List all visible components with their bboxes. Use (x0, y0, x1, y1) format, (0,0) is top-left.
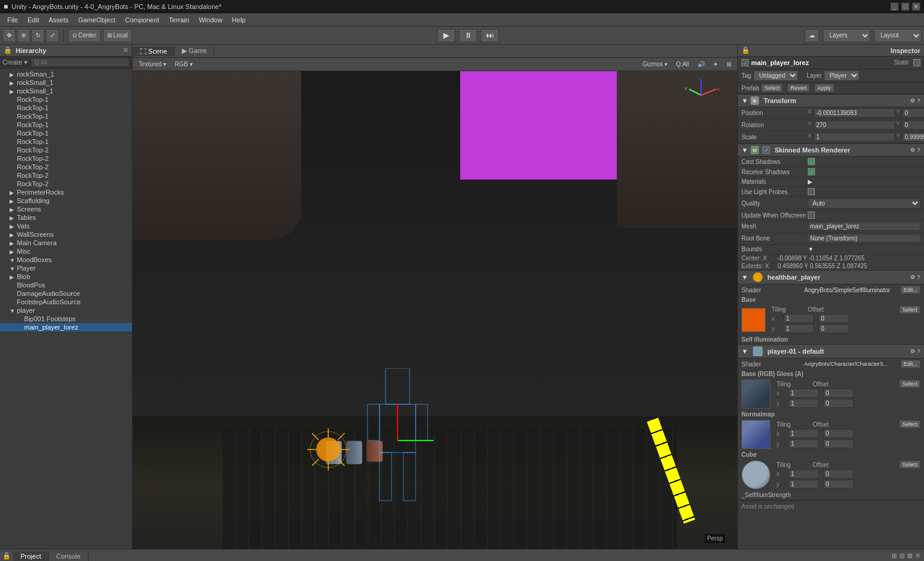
pause-button[interactable]: ⏸ (459, 29, 477, 42)
menu-component[interactable]: Component (120, 15, 164, 25)
tab-game[interactable]: ▶ Game (175, 46, 214, 56)
layers-dropdown[interactable]: Layers (823, 29, 870, 42)
hier-item-rocksmall1a[interactable]: ▶rockSmall_1 (0, 78, 132, 87)
hierarchy-search-input[interactable] (31, 58, 130, 67)
tab-project[interactable]: Project (13, 551, 49, 561)
play-button[interactable]: ▶ (437, 29, 455, 42)
rot-x-input[interactable] (814, 121, 895, 130)
cloud-button[interactable]: ☁ (805, 29, 819, 42)
hierarchy-close-icon[interactable]: ✕ (123, 46, 128, 54)
cube-offset-x[interactable] (823, 469, 854, 478)
cube-tiling-y[interactable] (788, 480, 819, 489)
rgb-label[interactable]: RGB ▾ (172, 61, 195, 67)
hier-item-rocktop2b[interactable]: RockTop-2 (0, 154, 132, 163)
minimize-button[interactable]: _ (890, 2, 899, 11)
hier-item-bip001[interactable]: Bip001 Footsteps (0, 315, 132, 323)
gizmos-label[interactable]: Gizmos ▾ (640, 61, 670, 67)
skinned-settings-icon[interactable]: ⚙ (910, 147, 915, 153)
hier-item-misc[interactable]: ▶Misc (0, 247, 132, 255)
hier-item-rocktop1b[interactable]: RockTop-1 (0, 104, 132, 112)
transform-component-header[interactable]: ▼ ⊕ Transform ⚙ ? (738, 94, 924, 107)
menu-window[interactable]: Window (194, 15, 227, 25)
all-label[interactable]: Q:All (673, 61, 691, 67)
nm-select[interactable]: Select (899, 420, 920, 428)
p-offset-y[interactable] (823, 399, 854, 408)
prefab-revert-button[interactable]: Revert (787, 84, 810, 92)
hier-item-bloodpos[interactable]: BloodPos (0, 281, 132, 289)
hier-item-perimeterrocks[interactable]: ▶PerimeterRocks (0, 188, 132, 196)
tool-move[interactable]: ⊕ (17, 29, 30, 42)
audio-icon[interactable]: 🔊 (695, 61, 707, 67)
pos-y-input[interactable] (902, 108, 924, 118)
hier-item-main-player-lorez[interactable]: main_player_lorez (0, 323, 132, 331)
skinned-help-icon[interactable]: ? (917, 147, 921, 153)
close-button[interactable]: ✕ (912, 2, 920, 11)
update-offscreen-checkbox[interactable] (808, 212, 815, 219)
hb-tiling-y-input[interactable] (784, 324, 814, 333)
menu-gameobject[interactable]: GameObject (73, 15, 120, 25)
healthbar-shader-edit[interactable]: Edit... (901, 286, 920, 294)
bottom-panel-btn2[interactable]: ⊟ (899, 552, 905, 560)
cube-tiling-x[interactable] (788, 469, 819, 478)
hier-item-damageaudio[interactable]: DamageAudioSource (0, 289, 132, 298)
hier-item-vats[interactable]: ▶Vats (0, 222, 132, 230)
hier-item-rocksmall1b[interactable]: ▶rockSmall_1 (0, 87, 132, 95)
nm-tiling-y[interactable] (788, 439, 819, 448)
player-mat-help-icon[interactable]: ? (917, 348, 921, 354)
hier-item-blob[interactable]: ▶Blob (0, 272, 132, 281)
scene-btn[interactable]: ⊞ (724, 61, 734, 67)
hier-item-rocktop2a[interactable]: RockTop-2 (0, 146, 132, 154)
bottom-panel-btn1[interactable]: ⊞ (891, 552, 897, 560)
transform-help-icon[interactable]: ? (917, 98, 921, 104)
prefab-apply-button[interactable]: Apply (814, 84, 834, 92)
hier-item-rocktop2c[interactable]: RockTop-2 (0, 163, 132, 171)
step-button[interactable]: ⏭ (481, 29, 499, 42)
skinned-mesh-header[interactable]: ▼ M ✓ Skinned Mesh Renderer ⚙ ? (738, 143, 924, 157)
menu-assets[interactable]: Assets (44, 15, 73, 25)
cast-shadows-checkbox[interactable]: ✓ (808, 158, 815, 165)
p-tiling-x[interactable] (788, 389, 819, 398)
space-local-button[interactable]: ⊞ Local (103, 29, 132, 42)
hier-item-rocktop1e[interactable]: RockTop-1 (0, 129, 132, 137)
pivot-center-button[interactable]: ⊙ Center (68, 29, 101, 42)
tool-rotate[interactable]: ↻ (31, 29, 45, 42)
hier-item-player-child[interactable]: ▼player (0, 306, 132, 315)
p-offset-x[interactable] (823, 389, 854, 398)
pos-x-input[interactable] (814, 108, 895, 118)
root-bone-input[interactable] (808, 234, 920, 243)
skinned-mesh-enabled[interactable]: ✓ (763, 146, 770, 154)
tab-scene[interactable]: ⛶ Scene (133, 46, 175, 56)
hier-item-wallscreens[interactable]: ▶WallScreens (0, 230, 132, 239)
hb-tiling-x-input[interactable] (784, 314, 814, 323)
hb-offset-y-input[interactable] (819, 324, 849, 333)
healthbar-help-icon[interactable]: ? (917, 274, 921, 280)
object-enabled-checkbox[interactable]: ✓ (741, 59, 749, 66)
hier-item-rocktop1c[interactable]: RockTop-1 (0, 112, 132, 121)
hier-item-tables[interactable]: ▶Tables (0, 213, 132, 222)
hier-item-scaffolding[interactable]: ▶Scaffolding (0, 196, 132, 205)
hb-offset-x-input[interactable] (819, 314, 849, 323)
hier-item-footstepaudio[interactable]: FootstepAudioSource (0, 298, 132, 306)
cube-offset-y[interactable] (823, 480, 854, 489)
hier-item-rocktop1a[interactable]: RockTop-1 (0, 95, 132, 104)
hier-item-rocktop2e[interactable]: RockTop-2 (0, 180, 132, 188)
maximize-button[interactable]: □ (901, 2, 910, 11)
layer-dropdown[interactable]: Player (824, 71, 860, 81)
player-shader-edit[interactable]: Edit... (901, 360, 920, 368)
fx-icon[interactable]: ✦ (711, 61, 720, 67)
scene-view[interactable]: Persp X Y Z (133, 71, 737, 549)
receive-shadows-checkbox[interactable]: ✓ (808, 168, 815, 175)
healthbar-base-select[interactable]: Select (899, 306, 920, 314)
tool-hand[interactable]: ✥ (2, 29, 16, 42)
nm-tiling-x[interactable] (788, 429, 819, 438)
menu-file[interactable]: File (2, 15, 23, 25)
prefab-select-button[interactable]: Select (761, 84, 782, 92)
light-probes-checkbox[interactable] (808, 188, 815, 195)
bounds-expand[interactable]: ▼ (808, 246, 814, 252)
player-mat-header[interactable]: ▼ player-01 - default ⚙ ? (738, 344, 924, 359)
hier-item-maincamera[interactable]: ▶Main Camera (0, 239, 132, 247)
hier-item-player[interactable]: ▼Player (0, 264, 132, 272)
create-label[interactable]: Create ▾ (2, 58, 28, 66)
tab-console[interactable]: Console (49, 551, 88, 561)
player-mat-settings-icon[interactable]: ⚙ (910, 348, 915, 354)
